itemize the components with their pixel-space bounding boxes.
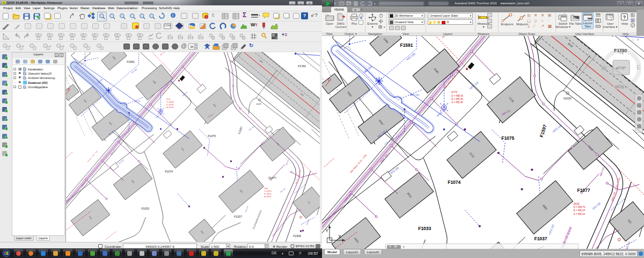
svg-text:◂TOP: ◂TOP [616,66,626,70]
svg-text:N: N [619,49,624,55]
svg-text:E: E [636,64,640,70]
svg-text:Y: Y [325,228,328,233]
svg-text:WCS ▾: WCS ▾ [615,85,627,89]
svg-text:W: W [601,65,607,71]
svg-text:X: X [338,234,341,239]
svg-text:i: i [172,13,173,17]
